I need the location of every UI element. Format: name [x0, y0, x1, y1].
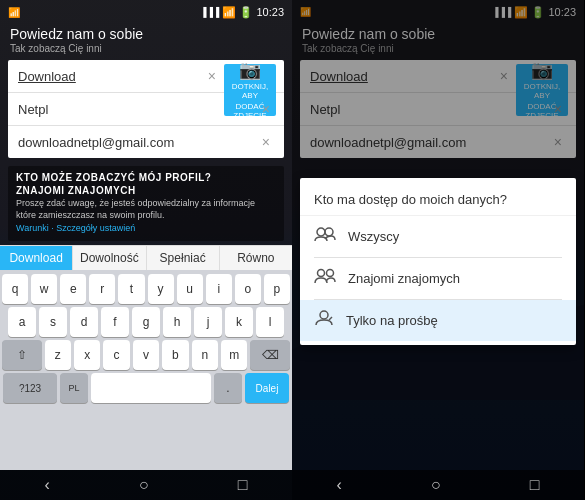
back-button-left[interactable]: ‹ — [45, 476, 50, 494]
key-x[interactable]: x — [74, 340, 100, 370]
dropdown-title: Kto ma dostęp do moich danych? — [300, 182, 576, 216]
key-n[interactable]: n — [192, 340, 218, 370]
close-download-icon[interactable]: × — [204, 68, 220, 84]
option-wszyscy-text: Wszyscy — [348, 229, 399, 244]
privacy-dropdown: Kto ma dostęp do moich danych? Wszyscy — [300, 178, 576, 345]
everyone-icon — [314, 226, 336, 247]
bottom-nav-right: ‹ ○ □ — [292, 470, 584, 500]
key-v[interactable]: v — [133, 340, 159, 370]
page-subtitle-left: Tak zobaczą Cię inni — [10, 43, 282, 54]
key-r[interactable]: r — [89, 274, 115, 304]
signal-icon: ▐▐▐ — [200, 7, 219, 17]
form-row-1[interactable]: Download × 📷 DOTKNIJ, ABY DODAĆ ZDJĘCIE — [8, 60, 284, 93]
home-button-right[interactable]: ○ — [431, 476, 441, 494]
status-left-icons: 📶 — [8, 7, 20, 18]
recent-button-left[interactable]: □ — [238, 476, 248, 494]
dropdown-option-znajomi[interactable]: Znajomi znajomych — [300, 258, 576, 299]
close-netpl-icon[interactable]: × — [258, 101, 274, 117]
header-left: Powiedz nam o sobie Tak zobaczą Cię inni — [0, 22, 292, 60]
key-a[interactable]: a — [8, 307, 36, 337]
back-button-right[interactable]: ‹ — [337, 476, 342, 494]
field-email[interactable]: downloadnetpl@gmail.com — [18, 135, 258, 150]
key-row-4: ?123 PL . Dalej — [2, 373, 290, 403]
key-o[interactable]: o — [235, 274, 261, 304]
key-z[interactable]: z — [45, 340, 71, 370]
key-numbers[interactable]: ?123 — [3, 373, 57, 403]
key-i[interactable]: i — [206, 274, 232, 304]
svg-line-9 — [329, 317, 332, 320]
suggestion-2[interactable]: Spełniać — [147, 246, 220, 270]
recent-button-right[interactable]: □ — [530, 476, 540, 494]
key-t[interactable]: t — [118, 274, 144, 304]
suggestion-3[interactable]: Równo — [220, 246, 292, 270]
dropdown-option-wszyscy[interactable]: Wszyscy — [300, 216, 576, 257]
key-shift[interactable]: ⇧ — [2, 340, 42, 370]
key-q[interactable]: q — [2, 274, 28, 304]
suggestions-bar: Download Dowolność Spełniać Równo — [0, 245, 292, 270]
option-znajomi-text: Znajomi znajomych — [348, 271, 460, 286]
key-row-3: ⇧ z x c v b n m ⌫ — [2, 340, 290, 370]
keyboard: q w e r t y u i o p a s d f g h j k l — [0, 270, 292, 470]
key-s[interactable]: s — [39, 307, 67, 337]
svg-point-4 — [317, 228, 325, 236]
field-download[interactable]: Download — [18, 69, 204, 84]
status-bar-left: 📶 ▐▐▐ 📶 🔋 10:23 — [0, 0, 292, 22]
left-panel: 📶 ▐▐▐ 📶 🔋 10:23 Powiedz nam o sobie Tak … — [0, 0, 292, 500]
svg-point-7 — [327, 270, 334, 277]
wifi-icon: 📶 — [222, 6, 236, 19]
notification-icon: 📶 — [8, 7, 20, 18]
page-title-left: Powiedz nam o sobie — [10, 26, 282, 42]
camera-icon: 📷 — [239, 60, 261, 81]
key-m[interactable]: m — [221, 340, 247, 370]
close-email-icon[interactable]: × — [258, 134, 274, 150]
bottom-nav-left: ‹ ○ □ — [0, 470, 292, 500]
key-row-2: a s d f g h j k l — [2, 307, 290, 337]
profile-description: Proszę zdać uwagę, że jesteś odpowiedzia… — [16, 198, 276, 221]
key-u[interactable]: u — [177, 274, 203, 304]
key-e[interactable]: e — [60, 274, 86, 304]
key-h[interactable]: h — [163, 307, 191, 337]
svg-point-6 — [318, 270, 325, 277]
key-c[interactable]: c — [103, 340, 129, 370]
key-b[interactable]: b — [162, 340, 188, 370]
suggestion-0[interactable]: Download — [0, 246, 73, 270]
key-p[interactable]: p — [264, 274, 290, 304]
svg-point-8 — [320, 311, 328, 319]
dropdown-option-prosba[interactable]: Tylko na prośbę — [300, 300, 576, 341]
option-prosba-text: Tylko na prośbę — [346, 313, 438, 328]
profile-section-left: KTO MOŻE ZOBACZYĆ MÓJ PROFIL? ZNAJOMI ZN… — [8, 166, 284, 241]
battery-icon: 🔋 — [239, 6, 253, 19]
suggestion-1[interactable]: Dowolność — [73, 246, 146, 270]
profile-link[interactable]: Warunki · Szczegóły ustawień — [16, 223, 276, 235]
key-backspace[interactable]: ⌫ — [250, 340, 290, 370]
key-lang[interactable]: PL — [60, 373, 88, 403]
key-g[interactable]: g — [132, 307, 160, 337]
key-f[interactable]: f — [101, 307, 129, 337]
key-enter[interactable]: Dalej — [245, 373, 289, 403]
profile-subtitle: ZNAJOMI ZNAJOMYCH — [16, 185, 276, 196]
friends-icon — [314, 268, 336, 289]
key-space[interactable] — [91, 373, 211, 403]
form-row-2[interactable]: Netpl × — [8, 93, 284, 126]
status-right-info: ▐▐▐ 📶 🔋 10:23 — [200, 6, 284, 19]
profile-title: KTO MOŻE ZOBACZYĆ MÓJ PROFIL? — [16, 172, 276, 183]
form-row-3[interactable]: downloadnetpl@gmail.com × — [8, 126, 284, 158]
key-period[interactable]: . — [214, 373, 242, 403]
key-l[interactable]: l — [256, 307, 284, 337]
svg-point-5 — [325, 228, 333, 236]
request-icon — [314, 310, 334, 331]
time-display-left: 10:23 — [256, 6, 284, 18]
field-netpl[interactable]: Netpl — [18, 102, 258, 117]
key-y[interactable]: y — [148, 274, 174, 304]
key-k[interactable]: k — [225, 307, 253, 337]
form-card-left: Download × 📷 DOTKNIJ, ABY DODAĆ ZDJĘCIE … — [8, 60, 284, 158]
key-w[interactable]: w — [31, 274, 57, 304]
home-button-left[interactable]: ○ — [139, 476, 149, 494]
key-row-1: q w e r t y u i o p — [2, 274, 290, 304]
key-j[interactable]: j — [194, 307, 222, 337]
right-panel: 📶 ▐▐▐ 📶 🔋 10:23 Powiedz nam o sobie Tak … — [292, 0, 584, 500]
key-d[interactable]: d — [70, 307, 98, 337]
